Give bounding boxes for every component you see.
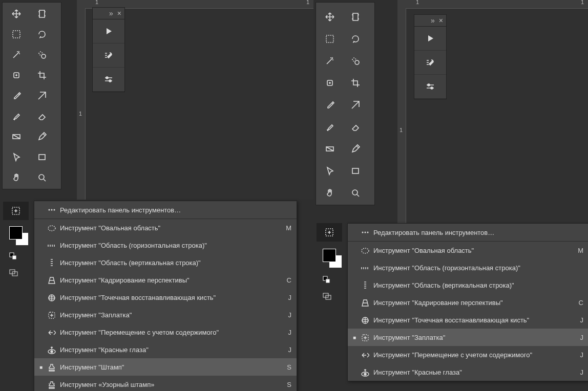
foreground-color-swatch[interactable]	[323, 249, 336, 262]
menu-item-shortcut: M	[574, 247, 583, 254]
spot-heal-tool[interactable]	[317, 72, 343, 94]
menu-item-label: Инструмент "Точечная восстанавливающая к…	[60, 294, 278, 301]
crop-tool[interactable]	[343, 72, 368, 94]
panel-expand-icon[interactable]: »	[431, 16, 435, 25]
menu-item-shortcut: J	[282, 329, 291, 336]
menu-item-label: Инструмент "Перемещение с учетом содержи…	[60, 329, 278, 336]
path-select-tool[interactable]	[317, 160, 343, 182]
quick-select-tool[interactable]	[343, 50, 368, 72]
active-marker: ■	[353, 335, 356, 340]
colmarq-icon	[47, 258, 56, 267]
move-tool[interactable]	[317, 6, 343, 28]
hidden-tools-button[interactable]	[317, 223, 342, 242]
brush-tool[interactable]	[4, 106, 29, 126]
tool-menu-item[interactable]: Инструмент "Область (вертикальная строка…	[348, 276, 588, 294]
spotheal-icon	[47, 293, 56, 302]
pen-tool[interactable]	[343, 138, 368, 160]
edit-toolbar-item[interactable]: Редактировать панель инструментов…	[34, 201, 297, 219]
menu-item-label: Инструмент "Область (горизонтальная стро…	[373, 264, 570, 272]
contentmove-icon	[360, 350, 369, 359]
menu-item-shortcut: J	[574, 316, 583, 324]
eraser-tool[interactable]	[29, 106, 55, 126]
menu-item-label: Инструмент "Заплатка"	[60, 311, 278, 319]
tool-menu-item[interactable]: Инструмент "Овальная область"M	[348, 242, 588, 259]
perspcrop-icon	[360, 298, 369, 307]
menu-item-label: Редактировать панель инструментов…	[373, 229, 570, 236]
brush-tool[interactable]	[317, 116, 343, 138]
artboard-tool[interactable]	[29, 4, 55, 24]
eyedropper-tool[interactable]	[317, 94, 343, 116]
panel-close-icon[interactable]: ×	[117, 9, 121, 17]
pen-tool[interactable]	[29, 126, 55, 147]
gradient-tool[interactable]	[317, 138, 343, 160]
adjustments-button[interactable]	[414, 75, 446, 99]
tool-menu-item[interactable]: Инструмент "Перемещение с учетом содержи…	[348, 346, 588, 363]
tool-menu-item[interactable]: Инструмент "Красные глаза"J	[348, 363, 588, 381]
zoom-tool[interactable]	[343, 182, 368, 204]
ruler-tick-label: 1	[581, 0, 584, 5]
play-action-button[interactable]	[93, 19, 124, 44]
screen-mode-icon[interactable]	[6, 266, 22, 278]
brush-presets-button[interactable]	[414, 51, 446, 75]
frame-tool[interactable]	[343, 94, 368, 116]
lasso-tool[interactable]	[29, 24, 55, 45]
tool-menu-item[interactable]: Инструмент "Кадрирование перспективы"C	[348, 294, 588, 311]
ruler-tick-label: 1	[79, 111, 82, 117]
eyedropper-tool[interactable]	[4, 85, 29, 106]
zoom-tool[interactable]	[29, 167, 55, 188]
move-tool[interactable]	[4, 4, 29, 24]
tool-menu-item[interactable]: Инструмент "Точечная восстанавливающая к…	[348, 311, 588, 329]
tool-menu-item[interactable]: Инструмент "Точечная восстанавливающая к…	[34, 289, 297, 306]
edit-toolbar-item[interactable]: Редактировать панель инструментов…	[348, 224, 588, 241]
ruler-tick-label: 1	[306, 0, 309, 5]
panel-expand-icon[interactable]: »	[109, 9, 113, 17]
color-swatches[interactable]	[320, 247, 350, 270]
rowmarq-icon	[360, 263, 369, 272]
foreground-color-swatch[interactable]	[9, 226, 23, 240]
tool-menu-item[interactable]: Инструмент «Узорный штамп»S	[34, 376, 297, 391]
magic-wand-tool[interactable]	[317, 50, 343, 72]
panel-close-icon[interactable]: ×	[439, 16, 443, 25]
screen-mode-icon[interactable]	[320, 290, 335, 302]
color-swatches[interactable]	[6, 224, 37, 248]
rectangle-tool[interactable]	[343, 160, 368, 182]
magic-wand-tool[interactable]	[4, 45, 29, 65]
play-action-button[interactable]	[414, 27, 446, 51]
tool-menu-item[interactable]: Инструмент "Овальная область"M	[34, 219, 297, 236]
adjustments-button[interactable]	[93, 68, 124, 92]
gradient-tool[interactable]	[4, 126, 29, 147]
lasso-tool[interactable]	[343, 28, 368, 50]
menu-item-shortcut: J	[574, 351, 583, 359]
menu-item-label: Инструмент "Точечная восстанавливающая к…	[373, 316, 570, 324]
hand-tool[interactable]	[4, 167, 29, 188]
default-colors-icon[interactable]	[6, 251, 22, 263]
tool-menu-item[interactable]: Инструмент "Заплатка"J	[34, 306, 297, 323]
tool-menu-item[interactable]: Инструмент "Кадрирование перспективы"C	[34, 271, 297, 289]
default-colors-icon[interactable]	[320, 274, 335, 287]
redeye-icon	[47, 345, 56, 354]
tool-menu-item[interactable]: ■Инструмент "Штамп"S	[34, 358, 297, 376]
hand-tool[interactable]	[317, 182, 343, 204]
hidden-tools-button[interactable]	[3, 202, 29, 220]
tool-menu-item[interactable]: Инструмент "Красные глаза"J	[34, 341, 297, 358]
artboard-tool[interactable]	[343, 6, 368, 28]
tool-menu-item[interactable]: Инструмент "Перемещение с учетом содержи…	[34, 323, 297, 341]
brush-presets-button[interactable]	[93, 44, 124, 68]
rectangle-tool[interactable]	[29, 147, 55, 167]
marquee-tool[interactable]	[4, 24, 29, 45]
menu-item-shortcut: M	[282, 224, 291, 232]
crop-tool[interactable]	[29, 65, 55, 85]
marquee-tool[interactable]	[317, 28, 343, 50]
quick-select-tool[interactable]	[29, 45, 55, 65]
eraser-tool[interactable]	[343, 116, 368, 138]
path-select-tool[interactable]	[4, 147, 29, 167]
tool-menu-item[interactable]: Инструмент "Область (вертикальная строка…	[34, 254, 297, 271]
tool-menu-item[interactable]: Инструмент "Область (горизонтальная стро…	[348, 259, 588, 276]
spot-heal-tool[interactable]	[4, 65, 29, 85]
frame-tool[interactable]	[29, 85, 55, 106]
menu-item-label: Инструмент "Область (горизонтальная стро…	[60, 242, 278, 249]
tool-menu-item[interactable]: ■Инструмент "Заплатка"J	[348, 329, 588, 346]
menu-item-label: Инструмент "Красные глаза"	[373, 368, 570, 376]
menu-item-shortcut: J	[282, 346, 291, 354]
tool-menu-item[interactable]: Инструмент "Область (горизонтальная стро…	[34, 236, 297, 254]
